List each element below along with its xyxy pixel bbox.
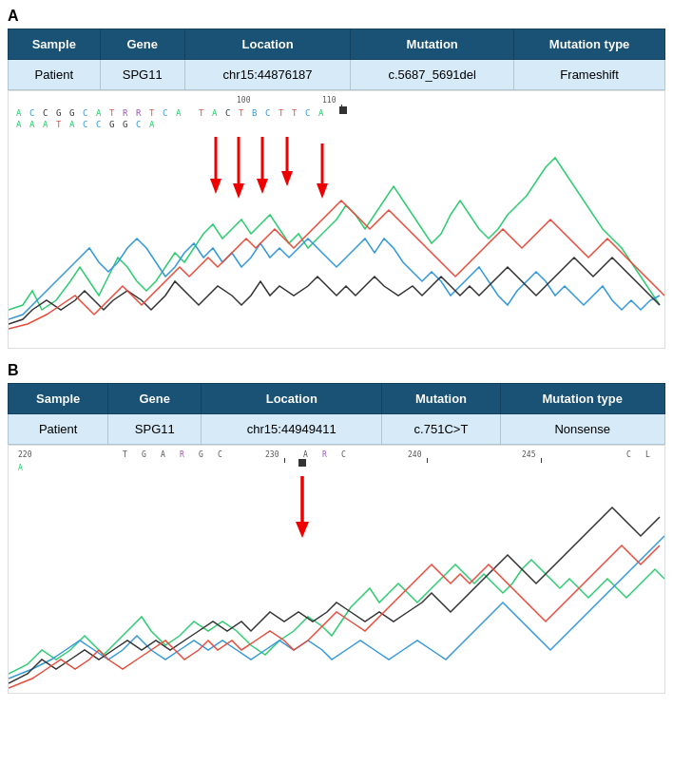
svg-text:110: 110 — [322, 96, 336, 105]
cell-muttype-b: Nonsense — [500, 414, 665, 445]
section-a: A Sample Gene Location Mutation Mutation… — [8, 8, 665, 349]
svg-text:L: L — [645, 450, 650, 459]
svg-text:C: C — [626, 450, 631, 459]
svg-text:R: R — [322, 450, 327, 459]
svg-text:A: A — [18, 464, 23, 472]
cell-mutation-a: c.5687_5691del — [351, 60, 514, 90]
svg-text:A: A — [161, 450, 165, 459]
svg-text:T: T — [109, 108, 115, 118]
svg-rect-56 — [284, 458, 285, 463]
svg-text:220: 220 — [18, 450, 32, 459]
svg-text:230: 230 — [265, 450, 279, 459]
svg-text:A: A — [16, 120, 22, 129]
svg-text:G: G — [142, 450, 146, 459]
svg-text:C: C — [43, 108, 48, 118]
svg-text:G: G — [123, 120, 127, 129]
svg-text:C: C — [218, 450, 222, 459]
svg-text:A: A — [212, 108, 218, 118]
section-b-label: B — [8, 362, 665, 379]
col-header-sample-a: Sample — [9, 29, 101, 60]
svg-text:T: T — [292, 108, 298, 118]
col-header-gene-b: Gene — [108, 384, 202, 414]
cell-sample-b: Patient — [9, 414, 108, 445]
svg-marker-47 — [317, 183, 328, 199]
col-header-mutation-a: Mutation — [351, 29, 514, 60]
col-header-sample-b: Sample — [9, 384, 108, 414]
svg-text:C: C — [163, 108, 167, 118]
svg-text:T: T — [56, 120, 62, 129]
svg-text:T: T — [123, 450, 127, 459]
svg-marker-43 — [257, 179, 268, 194]
svg-text:C: C — [341, 450, 346, 459]
svg-marker-69 — [296, 522, 309, 538]
svg-text:C: C — [83, 108, 87, 118]
svg-text:A: A — [29, 120, 35, 129]
section-b: B Sample Gene Location Mutation Mutation… — [8, 362, 665, 694]
svg-text:A: A — [96, 108, 102, 118]
svg-text:R: R — [123, 108, 128, 118]
table-b: Sample Gene Location Mutation Mutation t… — [8, 383, 665, 445]
svg-text:C: C — [29, 108, 34, 118]
cell-sample-a: Patient — [9, 60, 101, 90]
chromatogram-a: 100 110 A C C G G C A T R R T C A — [8, 90, 665, 349]
svg-rect-61 — [427, 458, 428, 463]
svg-text:T: T — [149, 108, 155, 118]
cell-location-b: chr15:44949411 — [202, 414, 382, 445]
col-header-muttype-a: Mutation type — [514, 29, 665, 60]
svg-text:G: G — [69, 108, 74, 118]
section-a-label: A — [8, 8, 665, 25]
svg-text:C: C — [265, 108, 270, 118]
svg-marker-39 — [210, 179, 221, 194]
svg-text:C: C — [96, 120, 101, 129]
svg-text:C: C — [83, 120, 87, 129]
svg-text:100: 100 — [237, 96, 251, 105]
cell-location-a: chr15:44876187 — [184, 60, 350, 90]
svg-rect-62 — [298, 459, 306, 467]
svg-text:C: C — [225, 108, 230, 118]
svg-rect-64 — [541, 458, 542, 463]
svg-text:G: G — [199, 450, 203, 459]
svg-text:G: G — [56, 108, 61, 118]
svg-text:A: A — [43, 120, 48, 129]
svg-text:R: R — [180, 450, 184, 459]
col-header-mutation-b: Mutation — [382, 384, 500, 414]
svg-text:A: A — [69, 120, 75, 129]
svg-text:240: 240 — [408, 450, 422, 459]
col-header-muttype-b: Mutation type — [500, 384, 665, 414]
chromatogram-b: 220 T G A R G C 230 A R C 240 245 C L A — [8, 445, 665, 694]
svg-text:A: A — [303, 450, 308, 459]
svg-text:C: C — [136, 120, 141, 129]
svg-text:245: 245 — [522, 450, 536, 459]
col-header-gene-a: Gene — [100, 29, 184, 60]
svg-text:T: T — [279, 108, 284, 118]
cell-gene-b: SPG11 — [108, 414, 202, 445]
svg-text:A: A — [16, 108, 22, 118]
col-header-location-a: Location — [184, 29, 350, 60]
svg-text:T: T — [199, 108, 204, 118]
svg-marker-41 — [233, 183, 244, 199]
svg-text:A: A — [149, 120, 155, 129]
svg-text:T: T — [239, 108, 244, 118]
svg-text:R: R — [136, 108, 142, 118]
col-header-location-b: Location — [202, 384, 382, 414]
svg-marker-45 — [281, 171, 293, 186]
cell-gene-a: SPG11 — [100, 60, 184, 90]
svg-text:C: C — [305, 108, 310, 118]
cell-muttype-a: Frameshift — [514, 60, 665, 90]
svg-text:A: A — [318, 108, 324, 118]
svg-text:A: A — [176, 108, 182, 118]
svg-text:G: G — [109, 120, 114, 129]
svg-rect-16 — [339, 106, 347, 114]
svg-text:B: B — [252, 108, 257, 118]
table-a: Sample Gene Location Mutation Mutation t… — [8, 29, 665, 90]
cell-mutation-b: c.751C>T — [382, 414, 500, 445]
